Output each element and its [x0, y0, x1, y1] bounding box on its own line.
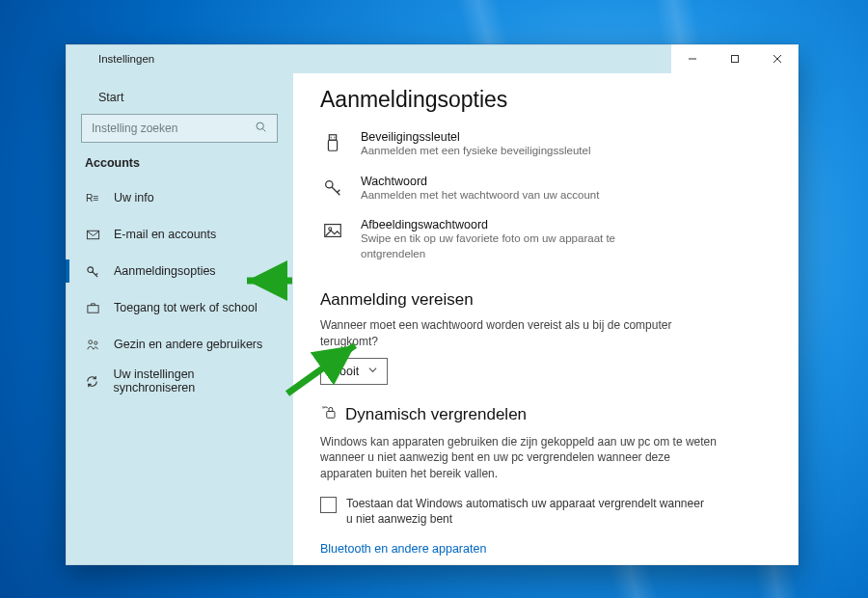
sidebar-item-family[interactable]: Gezin en andere gebruikers	[66, 326, 293, 363]
usb-key-icon	[320, 130, 345, 159]
user-icon: R≡	[85, 191, 100, 205]
sidebar-item-label: Gezin en andere gebruikers	[114, 338, 262, 351]
svg-line-3	[263, 129, 266, 132]
option-title: Afbeeldingswachtwoord	[361, 218, 669, 231]
sidebar-item-label: E-mail en accounts	[114, 228, 216, 241]
search-input[interactable]: Instelling zoeken	[81, 114, 278, 143]
sidebar-item-email[interactable]: E-mail en accounts	[66, 216, 293, 253]
sidebar-home-label: Start	[98, 91, 123, 104]
sidebar-item-label: Uw instellingen synchroniseren	[113, 367, 274, 394]
checkbox[interactable]	[320, 497, 337, 513]
bluetooth-link[interactable]: Bluetooth en andere apparaten	[320, 542, 486, 556]
dynamic-lock-icon	[320, 404, 338, 426]
svg-rect-10	[329, 135, 336, 141]
sidebar-item-label: Aanmeldingsopties	[114, 264, 216, 278]
dropdown-value: Nooit	[331, 365, 359, 378]
option-picture-password[interactable]: Afbeeldingswachtwoord Swipe en tik op uw…	[320, 212, 772, 271]
settings-window: Instellingen Start I	[66, 44, 799, 565]
minimize-button[interactable]	[671, 44, 714, 73]
svg-point-17	[322, 406, 323, 407]
checkbox-label: Toestaan dat Windows automatisch uw appa…	[346, 496, 706, 527]
picture-icon	[320, 218, 345, 261]
svg-point-8	[88, 340, 92, 343]
page-title: Aanmeldingsopties	[320, 87, 772, 113]
svg-rect-5	[87, 231, 98, 238]
search-icon	[255, 121, 267, 136]
svg-rect-1	[732, 56, 739, 63]
sidebar-item-sync[interactable]: Uw instellingen synchroniseren	[66, 363, 293, 399]
option-title: Beveiligingssleutel	[361, 130, 590, 144]
svg-point-9	[94, 341, 96, 344]
sidebar-item-uw-info[interactable]: R≡ Uw info	[66, 179, 293, 216]
section-dynamic-lock: Dynamisch vergrendelen	[320, 404, 772, 426]
svg-rect-7	[87, 305, 97, 313]
briefcase-icon	[85, 301, 100, 315]
dynamic-lock-checkbox-row[interactable]: Toestaan dat Windows automatisch uw appa…	[320, 496, 706, 527]
section-heading-text: Aanmelding vereisen	[320, 290, 474, 310]
section-require-signin: Aanmelding vereisen	[320, 290, 772, 310]
sidebar-item-label: Toegang tot werk of school	[114, 301, 258, 314]
svg-point-16	[329, 228, 332, 231]
people-icon	[85, 338, 100, 352]
option-password[interactable]: Wachtwoord Aanmelden met het wachtwoord …	[320, 169, 772, 213]
maximize-button[interactable]	[714, 44, 756, 73]
close-button[interactable]	[756, 44, 799, 73]
svg-rect-18	[327, 411, 335, 418]
search-placeholder: Instelling zoeken	[92, 122, 177, 135]
sidebar-home[interactable]: Start	[66, 85, 293, 114]
option-security-key[interactable]: Beveiligingssleutel Aanmelden met een fy…	[320, 124, 772, 169]
mail-icon	[85, 228, 100, 242]
dynamic-desc: Windows kan apparaten gebruiken die zijn…	[320, 434, 725, 482]
sidebar-item-aanmeldingsopties[interactable]: Aanmeldingsopties	[66, 253, 293, 289]
titlebar: Instellingen	[66, 44, 799, 73]
option-sub: Aanmelden met een fysieke beveiligingssl…	[361, 144, 590, 159]
key-icon	[85, 264, 100, 279]
require-dropdown[interactable]: Nooit	[320, 358, 388, 385]
option-sub: Swipe en tik op uw favoriete foto om uw …	[361, 231, 669, 261]
content-pane: Aanmeldingsopties Beveiligingssleutel Aa…	[293, 73, 799, 565]
svg-rect-11	[328, 140, 337, 150]
sidebar: Start Instelling zoeken Accounts R≡ Uw i…	[66, 73, 293, 565]
option-title: Wachtwoord	[361, 175, 599, 188]
sidebar-group-heading: Accounts	[66, 156, 293, 179]
sidebar-item-work-school[interactable]: Toegang tot werk of school	[66, 289, 293, 326]
sidebar-item-label: Uw info	[114, 191, 154, 204]
window-title: Instellingen	[98, 53, 154, 65]
sync-icon	[85, 374, 99, 389]
sidebar-nav: R≡ Uw info E-mail en accounts Aanmelding…	[66, 179, 293, 399]
key-icon	[320, 175, 345, 204]
require-question: Wanneer moet een wachtwoord worden verei…	[320, 317, 725, 350]
section-heading-text: Dynamisch vergrendelen	[345, 405, 527, 424]
svg-point-14	[326, 180, 333, 187]
svg-point-2	[257, 122, 263, 129]
option-sub: Aanmelden met het wachtwoord van uw acco…	[361, 188, 599, 204]
svg-text:R≡: R≡	[86, 193, 98, 204]
chevron-down-icon	[368, 366, 377, 376]
